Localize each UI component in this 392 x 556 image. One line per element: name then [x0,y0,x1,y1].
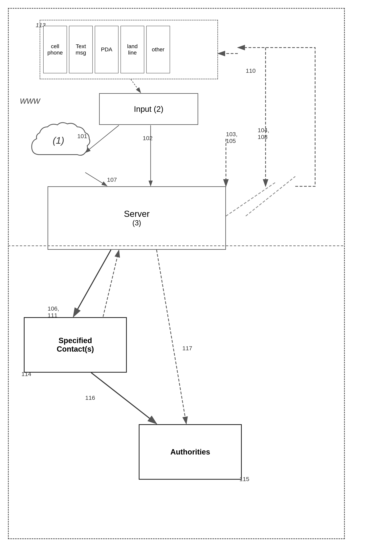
label-104-108: 104,108 [258,127,269,140]
svg-text:(1): (1) [53,135,64,146]
box-input: Input (2) [99,93,198,125]
label-106-111: 106,111 [47,305,59,319]
device-group: cellphone Textmsg PDA landline other [40,20,218,79]
label-116: 116 [85,394,95,401]
label-115: 115 [239,476,249,482]
www-label: WWW [20,97,40,105]
label-101: 101 [77,133,87,139]
device-land-line: landline [121,26,144,73]
label-110: 110 [246,67,256,74]
label-103-105: 103,105 [226,131,238,144]
label-107: 107 [107,176,117,183]
label-114: 114 [21,371,31,377]
box-server: Server (3) [47,186,226,250]
device-cell-phone: cellphone [43,26,67,73]
cloud: (1) [24,111,95,174]
box-authorities: Authorities [139,424,242,480]
label-117: 117 [182,345,192,352]
diagram-container: Standard interaction & response Escalati… [8,8,378,547]
box-contacts: SpecifiedContact(s) [24,317,127,373]
standard-label: Standard interaction & response [383,24,392,242]
device-other: other [146,26,170,73]
label-102: 102 [143,135,153,141]
device-pda: PDA [95,26,118,73]
device-text-msg: Textmsg [69,26,93,73]
escalation-label: Escalation Trigger Response [383,258,392,531]
